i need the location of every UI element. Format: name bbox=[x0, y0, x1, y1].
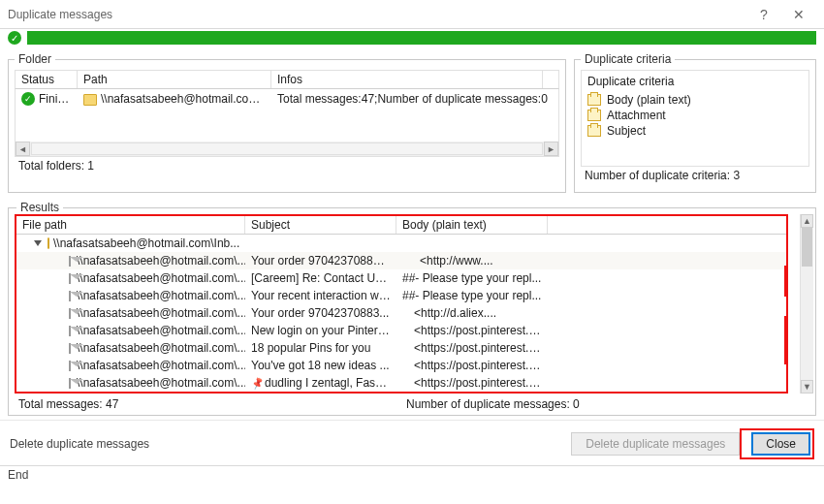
action-label: Delete duplicate messages bbox=[10, 437, 563, 451]
title-bar: Duplicate messages ? ✕ bbox=[0, 0, 824, 29]
row-subject: Your order 970423708834... bbox=[245, 254, 396, 268]
red-marker-icon bbox=[784, 266, 786, 297]
criteria-header: Duplicate criteria bbox=[587, 75, 803, 88]
criteria-item[interactable]: Subject bbox=[587, 123, 803, 139]
results-row[interactable]: \\nafasatsabeeh@hotmail.com\...[Careem] … bbox=[16, 269, 786, 287]
scroll-right-icon[interactable]: ► bbox=[544, 142, 558, 156]
row-filepath: \\nafasatsabeeh@hotmail.com\... bbox=[77, 341, 245, 355]
folder-row[interactable]: ✓Finished \\nafasatsabeeh@hotmail.com\I.… bbox=[16, 89, 558, 109]
check-circle-icon: ✓ bbox=[21, 92, 35, 106]
open-folder-icon bbox=[48, 237, 49, 249]
results-root-row[interactable]: \\nafasatsabeeh@hotmail.com\Inb... bbox=[16, 235, 786, 252]
vertical-scrollbar[interactable]: ▲ ▼ bbox=[800, 214, 813, 394]
check-circle-icon: ✓ bbox=[8, 31, 21, 45]
row-filepath: \\nafasatsabeeh@hotmail.com\... bbox=[77, 271, 245, 285]
folder-table-header: Status Path Infos bbox=[15, 70, 559, 89]
results-row[interactable]: \\nafasatsabeeh@hotmail.com\...📌dudling … bbox=[16, 374, 786, 392]
results-footer: Total messages: 47 Number of duplicate m… bbox=[9, 394, 815, 415]
close-button[interactable]: Close bbox=[751, 432, 810, 456]
folder-col-status[interactable]: Status bbox=[16, 71, 78, 88]
envelope-icon bbox=[69, 291, 71, 301]
criteria-item[interactable]: Body (plain text) bbox=[587, 92, 803, 108]
action-bar: Delete duplicate messages Delete duplica… bbox=[0, 420, 824, 465]
row-body: <https://post.pinterest.c... bbox=[396, 341, 548, 355]
folder-icon bbox=[83, 94, 97, 106]
envelope-icon bbox=[69, 343, 71, 354]
criteria-item[interactable]: Attachment bbox=[587, 108, 803, 123]
scroll-left-icon[interactable]: ◄ bbox=[16, 142, 30, 156]
results-row[interactable]: \\nafasatsabeeh@hotmail.com\...Your rece… bbox=[16, 287, 786, 304]
results-row[interactable]: \\nafasatsabeeh@hotmail.com\...Your orde… bbox=[16, 252, 786, 269]
criteria-legend: Duplicate criteria bbox=[581, 52, 675, 66]
results-body[interactable]: \\nafasatsabeeh@hotmail.com\Inb... \\naf… bbox=[16, 235, 786, 392]
results-col-filepath[interactable]: File path bbox=[16, 216, 245, 234]
row-subject: Your recent interaction wi... bbox=[245, 289, 396, 302]
row-subject: 18 popular Pins for you bbox=[245, 341, 396, 355]
red-marker-icon bbox=[784, 316, 786, 364]
row-subject: 📌dudling I zentagl, Fashi... bbox=[245, 376, 396, 390]
folder-row-path: \\nafasatsabeeh@hotmail.com\I... bbox=[78, 92, 271, 106]
criteria-icon bbox=[587, 94, 601, 106]
row-filepath: \\nafasatsabeeh@hotmail.com\... bbox=[77, 376, 245, 390]
results-row[interactable]: \\nafasatsabeeh@hotmail.com\...You've go… bbox=[16, 357, 786, 374]
row-filepath: \\nafasatsabeeh@hotmail.com\... bbox=[77, 289, 245, 302]
total-messages-label: Total messages: 47 bbox=[18, 397, 406, 411]
results-group: Results File path Subject Body (plain te… bbox=[8, 201, 816, 416]
progress-bar bbox=[27, 31, 816, 45]
total-folders-label: Total folders: 1 bbox=[18, 159, 555, 173]
row-body: <https://post.pinterest.c... bbox=[396, 359, 548, 372]
criteria-group: Duplicate criteria Duplicate criteria Bo… bbox=[574, 52, 816, 193]
row-subject: [Careem] Re: Contact Us ... bbox=[245, 271, 396, 285]
row-filepath: \\nafasatsabeeh@hotmail.com\... bbox=[77, 306, 245, 320]
results-row[interactable]: \\nafasatsabeeh@hotmail.com\...Your orde… bbox=[16, 304, 786, 322]
duplicate-messages-label: Number of duplicate messages: 0 bbox=[406, 397, 580, 411]
results-row[interactable]: \\nafasatsabeeh@hotmail.com\...New login… bbox=[16, 322, 786, 339]
criteria-count-label: Number of duplicate criteria: 3 bbox=[585, 169, 806, 182]
results-col-body[interactable]: Body (plain text) bbox=[396, 216, 548, 234]
envelope-icon bbox=[69, 308, 71, 319]
envelope-icon bbox=[69, 256, 71, 267]
horizontal-scrollbar[interactable]: ◄ ► bbox=[16, 142, 558, 156]
results-header: File path Subject Body (plain text) bbox=[16, 216, 786, 235]
chevron-down-icon[interactable] bbox=[34, 240, 42, 246]
envelope-icon bbox=[69, 326, 71, 336]
folder-col-infos[interactable]: Infos bbox=[271, 71, 543, 88]
envelope-icon bbox=[69, 361, 71, 371]
folder-group: Folder Status Path Infos ✓Finished \\naf… bbox=[8, 52, 566, 193]
delete-duplicates-button[interactable]: Delete duplicate messages bbox=[571, 432, 740, 456]
criteria-list: Duplicate criteria Body (plain text) Att… bbox=[581, 70, 809, 167]
results-row[interactable]: \\nafasatsabeeh@hotmail.com\...18 popula… bbox=[16, 339, 786, 357]
row-subject: Your order 97042370883... bbox=[245, 306, 396, 320]
folder-table-body[interactable]: ✓Finished \\nafasatsabeeh@hotmail.com\I.… bbox=[15, 89, 559, 157]
scroll-track[interactable] bbox=[31, 142, 543, 155]
row-filepath: \\nafasatsabeeh@hotmail.com\... bbox=[77, 359, 245, 372]
results-col-subject[interactable]: Subject bbox=[245, 216, 396, 234]
criteria-icon bbox=[587, 110, 601, 121]
status-bar: End bbox=[0, 465, 824, 483]
results-legend: Results bbox=[16, 201, 63, 214]
scroll-up-icon[interactable]: ▲ bbox=[801, 214, 813, 228]
row-filepath: \\nafasatsabeeh@hotmail.com\... bbox=[77, 324, 245, 337]
row-body: <https://post.pinterest.c... bbox=[396, 376, 548, 390]
folder-legend: Folder bbox=[15, 52, 55, 66]
scroll-thumb[interactable] bbox=[802, 228, 812, 267]
row-body: <http://www.... bbox=[396, 254, 548, 268]
results-table: File path Subject Body (plain text) \\na… bbox=[15, 214, 788, 394]
folder-col-path[interactable]: Path bbox=[78, 71, 271, 88]
envelope-icon bbox=[69, 273, 71, 284]
results-root-label: \\nafasatsabeeh@hotmail.com\Inb... bbox=[53, 236, 239, 250]
close-window-button[interactable]: ✕ bbox=[781, 3, 816, 26]
folder-row-status: ✓Finished bbox=[16, 92, 78, 107]
pin-icon: 📌 bbox=[249, 376, 264, 390]
row-body: ##- Please type your repl... bbox=[396, 271, 548, 285]
envelope-icon bbox=[69, 378, 71, 389]
window-title: Duplicate messages bbox=[8, 8, 746, 21]
row-subject: New login on your Pintere... bbox=[245, 324, 396, 337]
row-body: ##- Please type your repl... bbox=[396, 289, 548, 302]
folder-row-infos: Total messages:47;Number of duplicate me… bbox=[271, 92, 558, 106]
scroll-down-icon[interactable]: ▼ bbox=[801, 380, 813, 394]
row-body: <http://d.aliex.... bbox=[396, 306, 548, 320]
row-filepath: \\nafasatsabeeh@hotmail.com\... bbox=[77, 254, 245, 268]
criteria-icon bbox=[587, 125, 601, 137]
help-button[interactable]: ? bbox=[746, 3, 781, 26]
